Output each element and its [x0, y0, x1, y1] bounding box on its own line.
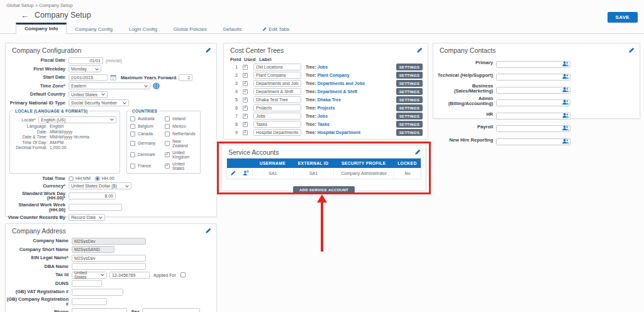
- national-id-select[interactable]: Social Security Number: [69, 99, 129, 106]
- edit-icon[interactable]: [205, 228, 211, 234]
- default-country-select[interactable]: United States: [69, 91, 108, 98]
- checkbox[interactable]: [130, 124, 135, 129]
- company-registration-input[interactable]: [72, 298, 107, 305]
- edit-tabs-button[interactable]: Edit Tabs: [258, 25, 293, 34]
- people-picker-icon[interactable]: [562, 96, 569, 108]
- edit-icon[interactable]: [628, 47, 635, 53]
- country-option[interactable]: Belgium: [130, 124, 162, 129]
- country-option[interactable]: United States: [165, 162, 197, 170]
- settings-button[interactable]: SETTINGS: [396, 96, 423, 103]
- country-option[interactable]: Netherlands: [165, 131, 197, 136]
- used-checkbox[interactable]: [243, 81, 248, 86]
- checkbox[interactable]: [165, 116, 170, 121]
- dba-name-input[interactable]: [72, 263, 146, 270]
- checkbox[interactable]: [165, 164, 170, 169]
- checkbox[interactable]: [165, 152, 170, 157]
- label-input[interactable]: [253, 88, 301, 95]
- duns-input[interactable]: [72, 280, 102, 287]
- settings-button[interactable]: SETTINGS: [396, 104, 423, 111]
- country-option[interactable]: Canada: [130, 131, 162, 136]
- contact-input[interactable]: [496, 138, 570, 145]
- settings-button[interactable]: SETTINGS: [396, 113, 423, 120]
- people-picker-icon[interactable]: [562, 109, 569, 121]
- edit-icon[interactable]: [205, 47, 211, 53]
- ein-legal-name-input[interactable]: [72, 255, 146, 262]
- settings-button[interactable]: SETTINGS: [396, 129, 423, 136]
- applied-for-checkbox[interactable]: [180, 272, 186, 277]
- settings-button[interactable]: SETTINGS: [396, 72, 423, 79]
- checkbox[interactable]: [165, 141, 170, 146]
- used-checkbox[interactable]: [243, 89, 248, 94]
- fiscal-date-input[interactable]: [69, 57, 103, 64]
- people-picker-icon[interactable]: [562, 70, 569, 82]
- label-input[interactable]: [253, 129, 301, 136]
- time-zone-select[interactable]: Eastern: [69, 82, 150, 89]
- calendar-icon[interactable]: [110, 74, 116, 81]
- contact-input[interactable]: [496, 61, 570, 68]
- radio-hh00[interactable]: [95, 176, 100, 181]
- contact-input[interactable]: [496, 87, 570, 94]
- checkbox[interactable]: [130, 131, 135, 136]
- max-years-input[interactable]: [179, 74, 192, 81]
- settings-button[interactable]: SETTINGS: [396, 64, 423, 70]
- tab-company-info[interactable]: Company Info: [16, 23, 67, 34]
- edit-account-icon[interactable]: [227, 169, 238, 179]
- fax-input[interactable]: [142, 308, 200, 312]
- checkbox[interactable]: [165, 131, 170, 136]
- work-week-input[interactable]: [69, 204, 122, 211]
- tree-link[interactable]: Plant Company: [318, 73, 350, 77]
- tree-link[interactable]: Hospital Department: [318, 130, 360, 135]
- add-service-account-button[interactable]: ADD SERVICE ACCOUNT: [293, 186, 355, 194]
- contact-input[interactable]: [496, 99, 570, 106]
- vat-registration-input[interactable]: [72, 289, 123, 296]
- country-option[interactable]: United Kingdom: [165, 150, 197, 159]
- label-input[interactable]: [253, 72, 301, 79]
- start-date-input[interactable]: [69, 74, 108, 81]
- label-input[interactable]: [253, 104, 301, 111]
- label-input[interactable]: [253, 80, 301, 87]
- tree-link[interactable]: Jobs: [318, 114, 328, 118]
- label-input[interactable]: [253, 96, 301, 103]
- checkbox[interactable]: [130, 164, 135, 169]
- breadcrumb[interactable]: Global Setup > Company Setup: [6, 3, 73, 8]
- used-checkbox[interactable]: [243, 73, 248, 78]
- tab-login-config[interactable]: Login Config: [121, 25, 165, 34]
- used-checkbox[interactable]: [243, 114, 248, 119]
- label-input[interactable]: [253, 64, 301, 70]
- edit-icon[interactable]: [416, 47, 423, 53]
- country-option[interactable]: New Zealand: [165, 139, 197, 148]
- settings-button[interactable]: SETTINGS: [396, 88, 423, 95]
- tax-id-input[interactable]: [109, 272, 150, 279]
- checkbox[interactable]: [130, 116, 135, 121]
- used-checkbox[interactable]: [243, 98, 248, 103]
- people-picker-icon[interactable]: [562, 122, 569, 133]
- country-option[interactable]: Mexico: [165, 124, 197, 129]
- people-picker-icon[interactable]: [562, 84, 569, 95]
- checkbox[interactable]: [130, 152, 135, 157]
- label-input[interactable]: [253, 121, 301, 128]
- first-weekday-select[interactable]: Monday: [69, 65, 101, 72]
- radio-hhmm[interactable]: [69, 176, 74, 181]
- tab-company-config[interactable]: Company Config: [67, 25, 121, 34]
- country-option[interactable]: Australia: [130, 116, 162, 121]
- tree-link[interactable]: Tasks: [318, 122, 330, 126]
- used-checkbox[interactable]: [243, 130, 248, 135]
- back-arrow-icon[interactable]: ←: [21, 11, 29, 20]
- view-counter-select[interactable]: Record Date: [69, 214, 105, 221]
- tab-defaults[interactable]: Defaults: [215, 25, 250, 34]
- work-day-input[interactable]: [69, 192, 116, 199]
- currency-select[interactable]: United States Dollar ($): [69, 182, 131, 189]
- country-option[interactable]: Ireland: [165, 116, 197, 121]
- label-input[interactable]: [253, 113, 301, 120]
- country-option[interactable]: France: [130, 162, 162, 170]
- country-option[interactable]: Germany: [130, 139, 162, 148]
- phone-input[interactable]: [72, 308, 127, 312]
- tree-link[interactable]: Projects: [318, 106, 335, 110]
- save-button[interactable]: SAVE: [608, 12, 638, 23]
- user-gear-icon[interactable]: [238, 168, 252, 179]
- tree-link[interactable]: Jobs: [318, 65, 328, 69]
- settings-button[interactable]: SETTINGS: [396, 80, 423, 87]
- contact-input[interactable]: [496, 125, 570, 132]
- people-picker-icon[interactable]: [562, 58, 569, 69]
- tree-link[interactable]: Departments and Jobs: [318, 81, 365, 86]
